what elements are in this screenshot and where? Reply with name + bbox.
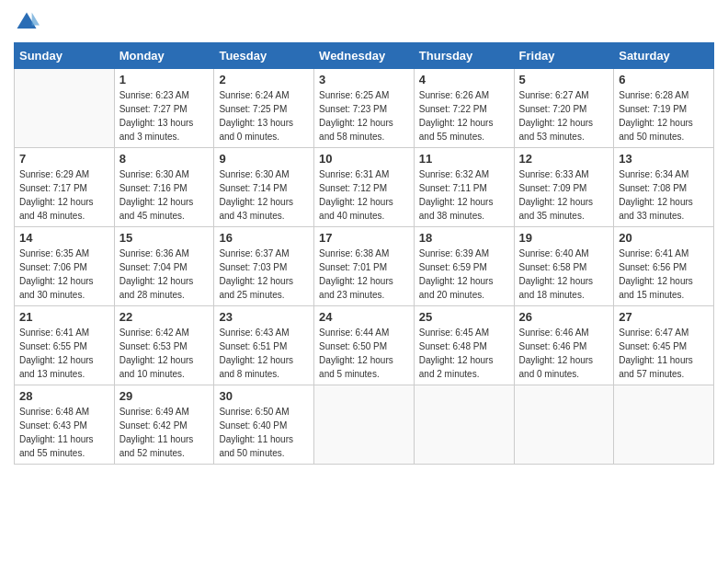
day-info: Sunrise: 6:45 AM Sunset: 6:48 PM Dayligh… [419, 326, 509, 381]
day-number: 8 [119, 152, 210, 166]
calendar-header-row: SundayMondayTuesdayWednesdayThursdayFrid… [15, 43, 714, 69]
day-info: Sunrise: 6:32 AM Sunset: 7:11 PM Dayligh… [419, 167, 509, 223]
calendar-cell [614, 385, 714, 465]
week-row-1: 1Sunrise: 6:23 AM Sunset: 7:27 PM Daylig… [15, 69, 714, 148]
page-header [14, 9, 714, 35]
day-number: 4 [419, 73, 509, 86]
day-number: 20 [619, 231, 709, 245]
day-info: Sunrise: 6:38 AM Sunset: 7:01 PM Dayligh… [319, 247, 409, 302]
day-number: 15 [119, 231, 210, 245]
day-number: 23 [219, 310, 309, 324]
calendar-cell: 25Sunrise: 6:45 AM Sunset: 6:48 PM Dayli… [414, 306, 514, 385]
calendar-cell: 10Sunrise: 6:31 AM Sunset: 7:12 PM Dayli… [314, 148, 415, 227]
day-number: 30 [219, 389, 309, 403]
column-header-wednesday: Wednesday [314, 43, 415, 69]
calendar-cell [514, 385, 614, 465]
calendar-cell: 4Sunrise: 6:26 AM Sunset: 7:22 PM Daylig… [414, 69, 514, 148]
day-number: 3 [319, 73, 409, 86]
calendar-cell: 12Sunrise: 6:33 AM Sunset: 7:09 PM Dayli… [514, 148, 614, 227]
calendar-cell: 29Sunrise: 6:49 AM Sunset: 6:42 PM Dayli… [114, 385, 214, 465]
calendar-cell: 3Sunrise: 6:25 AM Sunset: 7:23 PM Daylig… [314, 69, 415, 148]
day-number: 11 [419, 152, 509, 166]
calendar-cell: 15Sunrise: 6:36 AM Sunset: 7:04 PM Dayli… [114, 227, 214, 306]
column-header-friday: Friday [514, 43, 614, 69]
day-info: Sunrise: 6:34 AM Sunset: 7:08 PM Dayligh… [619, 167, 709, 223]
calendar-cell [414, 385, 514, 465]
day-number: 14 [19, 231, 109, 245]
svg-marker-1 [32, 13, 40, 26]
calendar-cell: 26Sunrise: 6:46 AM Sunset: 6:46 PM Dayli… [514, 306, 614, 385]
column-header-monday: Monday [114, 43, 214, 69]
day-info: Sunrise: 6:44 AM Sunset: 6:50 PM Dayligh… [319, 326, 409, 381]
day-info: Sunrise: 6:36 AM Sunset: 7:04 PM Dayligh… [119, 247, 210, 302]
column-header-sunday: Sunday [15, 43, 115, 69]
day-info: Sunrise: 6:41 AM Sunset: 6:56 PM Dayligh… [619, 247, 709, 302]
day-info: Sunrise: 6:31 AM Sunset: 7:12 PM Dayligh… [319, 167, 409, 223]
calendar-cell: 27Sunrise: 6:47 AM Sunset: 6:45 PM Dayli… [614, 306, 714, 385]
day-number: 2 [219, 73, 309, 86]
calendar-cell [314, 385, 415, 465]
calendar-cell: 14Sunrise: 6:35 AM Sunset: 7:06 PM Dayli… [15, 227, 115, 306]
day-number: 10 [319, 152, 409, 166]
day-number: 5 [519, 73, 609, 86]
day-info: Sunrise: 6:23 AM Sunset: 7:27 PM Dayligh… [119, 88, 210, 144]
day-info: Sunrise: 6:26 AM Sunset: 7:22 PM Dayligh… [419, 88, 509, 144]
day-info: Sunrise: 6:50 AM Sunset: 6:40 PM Dayligh… [219, 405, 309, 460]
day-info: Sunrise: 6:41 AM Sunset: 6:55 PM Dayligh… [19, 326, 109, 381]
day-info: Sunrise: 6:46 AM Sunset: 6:46 PM Dayligh… [519, 326, 609, 381]
calendar-table: SundayMondayTuesdayWednesdayThursdayFrid… [14, 42, 714, 465]
calendar-cell [15, 69, 115, 148]
day-info: Sunrise: 6:30 AM Sunset: 7:14 PM Dayligh… [219, 167, 309, 223]
day-number: 6 [619, 73, 709, 86]
calendar-cell: 1Sunrise: 6:23 AM Sunset: 7:27 PM Daylig… [114, 69, 214, 148]
day-number: 28 [19, 389, 109, 403]
calendar-cell: 8Sunrise: 6:30 AM Sunset: 7:16 PM Daylig… [114, 148, 214, 227]
calendar-cell: 16Sunrise: 6:37 AM Sunset: 7:03 PM Dayli… [214, 227, 314, 306]
day-number: 1 [119, 73, 210, 86]
day-number: 25 [419, 310, 509, 324]
day-number: 27 [619, 310, 709, 324]
day-info: Sunrise: 6:43 AM Sunset: 6:51 PM Dayligh… [219, 326, 309, 381]
day-number: 22 [119, 310, 210, 324]
calendar-cell: 28Sunrise: 6:48 AM Sunset: 6:43 PM Dayli… [15, 385, 115, 465]
day-number: 17 [319, 231, 409, 245]
calendar-cell: 21Sunrise: 6:41 AM Sunset: 6:55 PM Dayli… [15, 306, 115, 385]
calendar-cell: 23Sunrise: 6:43 AM Sunset: 6:51 PM Dayli… [214, 306, 314, 385]
calendar-cell: 9Sunrise: 6:30 AM Sunset: 7:14 PM Daylig… [214, 148, 314, 227]
day-number: 9 [219, 152, 309, 166]
day-info: Sunrise: 6:27 AM Sunset: 7:20 PM Dayligh… [519, 88, 609, 144]
day-number: 24 [319, 310, 409, 324]
day-info: Sunrise: 6:35 AM Sunset: 7:06 PM Dayligh… [19, 247, 109, 302]
day-info: Sunrise: 6:48 AM Sunset: 6:43 PM Dayligh… [19, 405, 109, 460]
day-info: Sunrise: 6:33 AM Sunset: 7:09 PM Dayligh… [519, 167, 609, 223]
day-number: 26 [519, 310, 609, 324]
day-info: Sunrise: 6:47 AM Sunset: 6:45 PM Dayligh… [619, 326, 709, 381]
calendar-cell: 17Sunrise: 6:38 AM Sunset: 7:01 PM Dayli… [314, 227, 415, 306]
calendar-cell: 30Sunrise: 6:50 AM Sunset: 6:40 PM Dayli… [214, 385, 314, 465]
logo [14, 9, 43, 35]
calendar-cell: 22Sunrise: 6:42 AM Sunset: 6:53 PM Dayli… [114, 306, 214, 385]
day-info: Sunrise: 6:25 AM Sunset: 7:23 PM Dayligh… [319, 88, 409, 144]
column-header-saturday: Saturday [614, 43, 714, 69]
day-info: Sunrise: 6:40 AM Sunset: 6:58 PM Dayligh… [519, 247, 609, 302]
week-row-3: 14Sunrise: 6:35 AM Sunset: 7:06 PM Dayli… [15, 227, 714, 306]
week-row-2: 7Sunrise: 6:29 AM Sunset: 7:17 PM Daylig… [15, 148, 714, 227]
calendar-cell: 18Sunrise: 6:39 AM Sunset: 6:59 PM Dayli… [414, 227, 514, 306]
day-info: Sunrise: 6:24 AM Sunset: 7:25 PM Dayligh… [219, 88, 309, 144]
calendar-cell: 13Sunrise: 6:34 AM Sunset: 7:08 PM Dayli… [614, 148, 714, 227]
day-info: Sunrise: 6:28 AM Sunset: 7:19 PM Dayligh… [619, 88, 709, 144]
day-number: 29 [119, 389, 210, 403]
day-number: 7 [19, 152, 109, 166]
logo-icon [14, 9, 40, 35]
calendar-cell: 5Sunrise: 6:27 AM Sunset: 7:20 PM Daylig… [514, 69, 614, 148]
day-number: 12 [519, 152, 609, 166]
week-row-5: 28Sunrise: 6:48 AM Sunset: 6:43 PM Dayli… [15, 385, 714, 465]
calendar-cell: 11Sunrise: 6:32 AM Sunset: 7:11 PM Dayli… [414, 148, 514, 227]
day-number: 18 [419, 231, 509, 245]
day-info: Sunrise: 6:29 AM Sunset: 7:17 PM Dayligh… [19, 167, 109, 223]
day-info: Sunrise: 6:39 AM Sunset: 6:59 PM Dayligh… [419, 247, 509, 302]
day-number: 21 [19, 310, 109, 324]
calendar-cell: 2Sunrise: 6:24 AM Sunset: 7:25 PM Daylig… [214, 69, 314, 148]
day-info: Sunrise: 6:30 AM Sunset: 7:16 PM Dayligh… [119, 167, 210, 223]
calendar-cell: 6Sunrise: 6:28 AM Sunset: 7:19 PM Daylig… [614, 69, 714, 148]
